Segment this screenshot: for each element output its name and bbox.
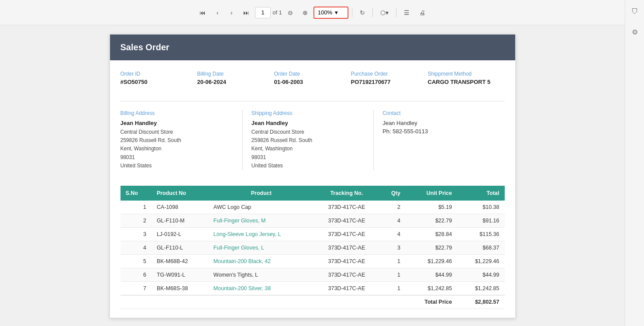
print-button[interactable]: 🖨 — [415, 7, 429, 19]
cell-total: $10.38 — [457, 201, 504, 214]
order-meta: Order ID #SO50750 Billing Date 20-06-202… — [121, 71, 505, 92]
zoom-out-button[interactable]: ⊖ — [284, 7, 297, 19]
document-container: Sales Order Order ID #SO50750 Billing Da… — [0, 25, 625, 326]
billing-address-street: 259826 Russell Rd. South — [121, 136, 234, 145]
billing-address-company: Central Discount Store — [121, 128, 234, 136]
cell-product: Mountain-200 Black, 42 — [208, 254, 314, 268]
billing-address-zip: 98031 — [121, 153, 234, 162]
cell-tracking: 373D-417C-AE — [314, 254, 379, 268]
cell-sno: 7 — [121, 281, 152, 295]
col-product: Product — [208, 186, 314, 201]
cell-product: AWC Logo Cap — [208, 201, 314, 214]
table-body: 1 CA-1098 AWC Logo Cap 373D-417C-AE 2 $5… — [121, 201, 505, 309]
cell-unit-price: $1,242.85 — [406, 281, 457, 295]
cell-total: $1,229.46 — [457, 254, 504, 268]
zoom-in-button[interactable]: ⊕ — [299, 7, 312, 19]
table-row: 2 GL-F110-M Full-Finger Gloves, M 373D-4… — [121, 214, 505, 227]
page-total-label: of 1 — [272, 9, 282, 16]
address-section: Billing Address Jean Handley Central Dis… — [121, 110, 505, 177]
shipping-address-company: Central Discount Store — [251, 128, 365, 136]
order-date-field: Order Date 01-06-2003 — [274, 71, 351, 85]
share-button[interactable]: ⬡▾ — [376, 7, 393, 19]
cell-product: Mountain-200 Silver, 38 — [208, 281, 314, 295]
billing-date-value: 20-06-2024 — [197, 79, 274, 85]
toolbar: ⏮ ‹ › ⏭ of 1 ⊖ ⊕ 100% ▾ ↻ ⬡▾ ☰ 🖨 — [0, 0, 625, 25]
total-value: $2,802.57 — [457, 295, 504, 309]
billing-address-label: Billing Address — [121, 110, 234, 116]
contact-label: Contact — [382, 110, 496, 116]
cell-sno: 1 — [121, 201, 152, 214]
billing-address-country: United States — [121, 162, 234, 170]
document-body: Order ID #SO50750 Billing Date 20-06-202… — [110, 60, 515, 319]
cell-tracking: 373D-417C-AE — [314, 241, 379, 254]
settings-icon[interactable]: ⚙ — [629, 25, 641, 39]
col-sno: S.No — [121, 186, 152, 201]
table-row: 4 GL-F110-L Full-Finger Gloves, L 373D-4… — [121, 241, 505, 254]
cell-unit-price: $22.79 — [406, 241, 457, 254]
cell-qty: 1 — [379, 268, 406, 281]
shipping-address-name: Jean Handley — [251, 120, 365, 126]
page-input-group: of 1 — [255, 7, 282, 18]
cell-unit-price: $28.84 — [406, 227, 457, 241]
order-id-field: Order ID #SO50750 — [121, 71, 197, 85]
first-page-button[interactable]: ⏮ — [196, 7, 210, 19]
cell-product-no: BK-M68S-38 — [152, 281, 208, 295]
cell-qty: 2 — [379, 201, 406, 214]
table-row: 5 BK-M68B-42 Mountain-200 Black, 42 373D… — [121, 254, 505, 268]
page-number-input[interactable] — [255, 7, 271, 18]
cell-unit-price: $44.99 — [406, 268, 457, 281]
cell-tracking: 373D-417C-AE — [314, 214, 379, 227]
purchase-order-value: PO7192170677 — [351, 79, 428, 85]
table-header-row: S.No Product No Product Tracking No. Qty… — [121, 186, 505, 201]
shipping-address-street: 259826 Russell Rd. South — [251, 136, 365, 145]
col-unit-price: Unit Price — [406, 186, 457, 201]
document: Sales Order Order ID #SO50750 Billing Da… — [110, 34, 516, 318]
billing-address-city: Kent, Washington — [121, 145, 234, 153]
prev-page-button[interactable]: ‹ — [211, 7, 224, 19]
table-row: 6 TG-W091-L Women's Tights, L 373D-417C-… — [121, 268, 505, 281]
shipping-address-city: Kent, Washington — [251, 145, 365, 153]
separator-3 — [396, 8, 396, 17]
shipping-address-country: United States — [251, 162, 365, 170]
cell-sno: 6 — [121, 268, 152, 281]
billing-date-label: Billing Date — [197, 71, 274, 77]
order-date-label: Order Date — [274, 71, 351, 77]
cell-product-no: BK-M68B-42 — [152, 254, 208, 268]
shipment-field: Shippment Method CARGO TRANSPORT 5 — [428, 71, 505, 85]
col-qty: Qty — [379, 186, 406, 201]
purchase-order-label: Purchase Order — [351, 71, 428, 77]
cell-product-no: LJ-0192-L — [152, 227, 208, 241]
refresh-button[interactable]: ↻ — [356, 7, 369, 19]
cell-sno: 4 — [121, 241, 152, 254]
col-product-no: Product No — [152, 186, 208, 201]
cell-qty: 3 — [379, 241, 406, 254]
next-page-button[interactable]: › — [225, 7, 238, 19]
table-row: 1 CA-1098 AWC Logo Cap 373D-417C-AE 2 $5… — [121, 201, 505, 214]
document-header: Sales Order — [110, 35, 515, 60]
billing-address-name: Jean Handley — [121, 120, 234, 126]
cell-product: Women's Tights, L — [208, 268, 314, 281]
filter-icon[interactable]: ⛉ — [629, 5, 641, 18]
shipment-value: CARGO TRANSPORT 5 — [428, 79, 505, 85]
cell-qty: 4 — [379, 214, 406, 227]
cell-product-no: TG-W091-L — [152, 268, 208, 281]
cell-tracking: 373D-417C-AE — [314, 227, 379, 241]
purchase-order-field: Purchase Order PO7192170677 — [351, 71, 428, 85]
main-content: ⏮ ‹ › ⏭ of 1 ⊖ ⊕ 100% ▾ ↻ ⬡▾ ☰ 🖨 Sales O… — [0, 0, 625, 326]
separator-2 — [372, 8, 373, 17]
cell-product-no: CA-1098 — [152, 201, 208, 214]
last-page-button[interactable]: ⏭ — [239, 7, 253, 19]
cell-sno: 2 — [121, 214, 152, 227]
total-row: Total Price $2,802.57 — [121, 295, 505, 309]
cell-total: $91.16 — [457, 214, 504, 227]
order-table: S.No Product No Product Tracking No. Qty… — [121, 186, 505, 309]
total-empty — [121, 295, 406, 309]
shipping-address-zip: 98031 — [251, 153, 365, 162]
total-label: Total Price — [406, 295, 457, 309]
zoom-dropdown[interactable]: 100% ▾ — [313, 7, 348, 19]
document-button[interactable]: ☰ — [400, 7, 413, 19]
col-total: Total — [457, 186, 504, 201]
cell-sno: 3 — [121, 227, 152, 241]
cell-total: $44.99 — [457, 268, 504, 281]
cell-product: Full-Finger Gloves, M — [208, 214, 314, 227]
